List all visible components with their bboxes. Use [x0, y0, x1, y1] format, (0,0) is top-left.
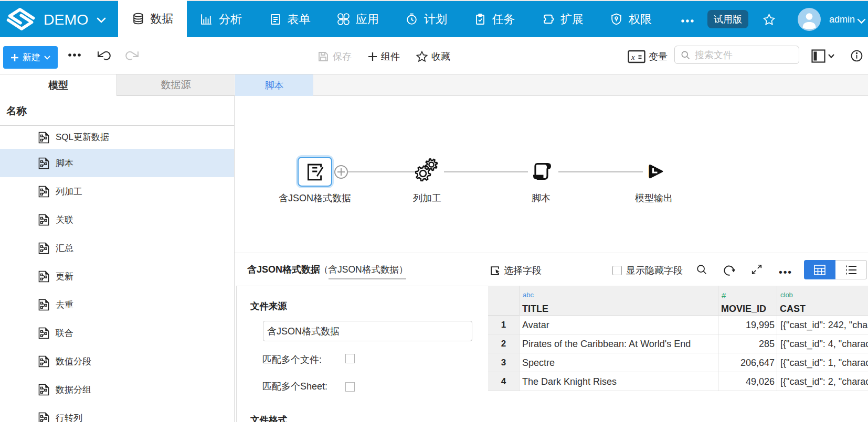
svg-text:x: x — [631, 53, 635, 61]
